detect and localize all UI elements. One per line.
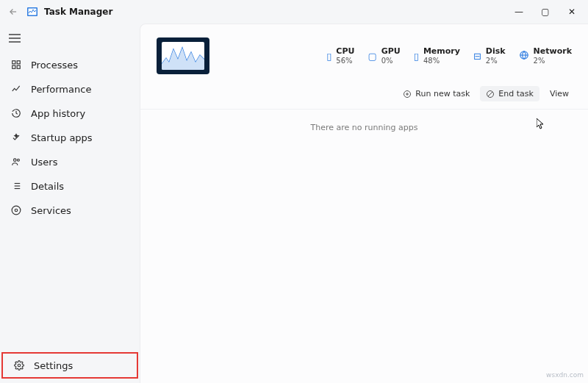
minimize-button[interactable]: —: [506, 1, 532, 22]
svg-rect-5: [12, 61, 15, 64]
services-icon: [10, 205, 22, 215]
svg-point-10: [17, 159, 19, 161]
svg-rect-8: [17, 65, 20, 68]
sidebar-item-label: Users: [31, 157, 57, 168]
sidebar-item-label: Settings: [34, 360, 73, 371]
sidebar-item-label: Performance: [31, 84, 91, 95]
stat-value: 2%: [534, 57, 572, 65]
slash-circle-icon: [486, 90, 495, 99]
plus-circle-icon: [403, 90, 412, 99]
cpu-icon: ▯: [326, 51, 331, 62]
run-new-task-button[interactable]: Run new task: [397, 86, 476, 101]
svg-point-18: [18, 364, 21, 367]
network-icon: [519, 50, 529, 62]
sidebar-item-label: Details: [31, 181, 64, 192]
menu-toggle-button[interactable]: [1, 26, 28, 50]
grid-icon: [10, 60, 22, 70]
stat-disk[interactable]: ⊟ Disk2%: [473, 47, 506, 64]
stat-value: 0%: [381, 57, 401, 65]
sidebar-item-label: Services: [31, 205, 71, 216]
end-task-button[interactable]: End task: [480, 86, 539, 101]
sidebar-item-performance[interactable]: Performance: [0, 77, 140, 101]
maximize-button[interactable]: ▢: [532, 1, 559, 22]
list-icon: [10, 181, 22, 191]
svg-point-17: [15, 209, 18, 212]
sidebar-item-settings[interactable]: Settings: [3, 354, 137, 377]
sidebar-item-processes[interactable]: Processes: [0, 53, 140, 76]
stat-gpu[interactable]: ▢ GPU0%: [368, 47, 400, 64]
gear-icon: [13, 360, 25, 371]
svg-line-24: [488, 92, 492, 96]
watermark: wsxdn.com: [546, 371, 584, 379]
performance-thumbnail: [157, 37, 209, 74]
stat-value: 48%: [423, 57, 460, 65]
action-label: Run new task: [415, 89, 470, 99]
svg-point-9: [14, 159, 17, 162]
disk-icon: ⊟: [473, 51, 481, 62]
sidebar-item-label: Startup apps: [31, 132, 93, 143]
action-label: End task: [498, 89, 534, 99]
sidebar-item-label: Processes: [31, 60, 78, 71]
sidebar: Processes Performance App history Startu…: [0, 24, 140, 383]
users-icon: [10, 157, 22, 167]
stat-cpu[interactable]: ▯ CPU56%: [326, 47, 354, 64]
memory-icon: ▯: [414, 51, 419, 62]
history-icon: [10, 108, 22, 118]
empty-state-text: There are no running apps: [140, 123, 588, 132]
rocket-icon: [10, 132, 22, 143]
stat-label: CPU: [336, 47, 354, 56]
app-icon: [25, 6, 40, 18]
sidebar-item-label: App history: [31, 108, 85, 119]
settings-highlight: Settings: [1, 352, 138, 379]
view-button[interactable]: View: [544, 86, 575, 101]
gpu-icon: ▢: [368, 51, 376, 62]
stat-label: Network: [534, 47, 572, 56]
sidebar-item-users[interactable]: Users: [0, 150, 140, 173]
stat-value: 56%: [336, 57, 354, 65]
sidebar-item-app-history[interactable]: App history: [0, 101, 140, 125]
stat-memory[interactable]: ▯ Memory48%: [414, 47, 460, 64]
svg-rect-7: [12, 65, 15, 68]
chart-icon: [10, 84, 22, 94]
stat-network[interactable]: Network2%: [519, 47, 572, 64]
title-bar: Task Manager — ▢ ✕: [0, 0, 588, 24]
stat-label: GPU: [381, 47, 401, 56]
stat-label: Memory: [423, 47, 460, 56]
main-content: ▯ CPU56% ▢ GPU0% ▯ Memory48% ⊟ Disk2%: [140, 24, 588, 383]
action-label: View: [550, 89, 569, 99]
sidebar-item-details[interactable]: Details: [0, 174, 140, 198]
stat-label: Disk: [486, 47, 506, 56]
stat-value: 2%: [486, 57, 506, 65]
svg-rect-6: [17, 61, 20, 64]
sidebar-item-startup-apps[interactable]: Startup apps: [0, 126, 140, 149]
app-title: Task Manager: [44, 7, 112, 17]
sidebar-item-services[interactable]: Services: [0, 198, 140, 222]
close-button[interactable]: ✕: [559, 1, 585, 22]
back-button[interactable]: [3, 7, 24, 17]
